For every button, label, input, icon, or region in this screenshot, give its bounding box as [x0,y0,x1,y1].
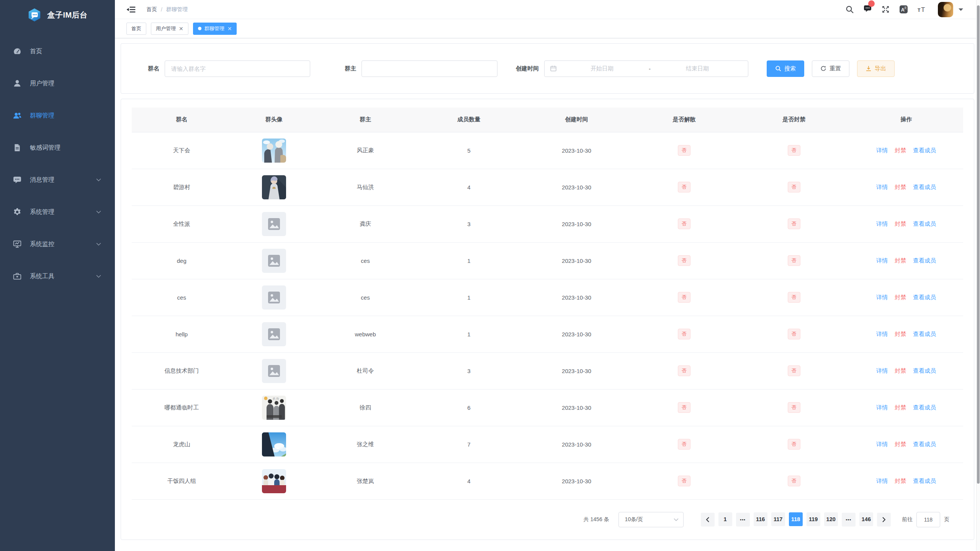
search-button[interactable]: 搜索 [767,60,804,77]
detail-link[interactable]: 详情 [876,220,888,227]
ban-link[interactable]: 封禁 [895,257,906,264]
page-button-120[interactable]: 120 [824,512,838,526]
goto-page-input[interactable] [916,512,940,527]
detail-link[interactable]: 详情 [876,331,888,337]
sidebar-item-user-management[interactable]: 用户管理 [0,67,115,99]
page-ellipsis[interactable]: ••• [842,513,856,527]
toolbox-icon [13,272,21,280]
ban-link[interactable]: 封禁 [895,220,906,227]
cell-owner: 风正豪 [316,132,414,169]
fullscreen-icon[interactable] [882,5,890,13]
ban-link[interactable]: 封禁 [895,331,906,337]
ban-link[interactable]: 封禁 [895,478,906,484]
chevron-down-icon [96,275,101,278]
ban-link[interactable]: 封禁 [895,184,906,190]
sidebar-item-group-chat-management[interactable]: 群聊管理 [0,99,115,132]
page-size-select[interactable]: 10条/页 [618,512,684,527]
cell-created: 2023-10-30 [524,426,630,463]
tab-群聊管理[interactable]: 群聊管理✕ [193,23,237,35]
font-size-icon[interactable]: TT [918,6,926,13]
page-button-118[interactable]: 118 [789,512,803,526]
sidebar-item-sensitive-words[interactable]: 敏感词管理 [0,132,115,164]
app-logo-icon [27,8,42,22]
sidebar-item-label: 系统管理 [30,208,54,216]
banned-badge: 否 [788,365,800,376]
group-name-input[interactable] [165,60,310,77]
table-row: cesces12023-10-30否否详情封禁查看成员 [132,279,963,316]
detail-link[interactable]: 详情 [876,404,888,411]
table-card: 群名群头像群主成员数量创建时间是否解散是否封禁操作 天下会风正豪52023-10… [121,99,974,540]
translate-icon[interactable]: A文 [900,5,908,13]
page-button-119[interactable]: 119 [807,512,820,526]
cell-created: 2023-10-30 [524,389,630,426]
detail-link[interactable]: 详情 [876,478,888,484]
messages-button[interactable] [864,5,872,14]
detail-link[interactable]: 详情 [876,294,888,300]
sidebar-menu: 首页用户管理群聊管理敏感词管理消息管理系统管理系统监控系统工具 [0,30,115,292]
view-members-link[interactable]: 查看成员 [913,184,936,190]
close-tab-icon[interactable]: ✕ [179,26,183,31]
breadcrumb-home[interactable]: 首页 [146,6,157,13]
caret-down-icon[interactable] [959,8,963,11]
page-scrollbar [976,0,980,551]
active-tab-dot [198,27,201,30]
cell-members: 1 [414,316,523,352]
detail-link[interactable]: 详情 [876,441,888,447]
ban-link[interactable]: 封禁 [895,367,906,374]
sidebar-item-message-management[interactable]: 消息管理 [0,164,115,196]
svg-text:T: T [918,7,921,13]
user-avatar[interactable] [938,2,953,17]
table-row: hellpwebweb12023-10-30否否详情封禁查看成员 [132,316,963,352]
export-button[interactable]: 导出 [857,60,895,77]
owner-input[interactable] [362,60,497,77]
detail-link[interactable]: 详情 [876,367,888,374]
ban-link[interactable]: 封禁 [895,441,906,447]
view-members-link[interactable]: 查看成员 [913,294,936,300]
view-members-link[interactable]: 查看成员 [913,257,936,264]
page-button-116[interactable]: 116 [754,512,767,526]
detail-link[interactable]: 详情 [876,147,888,153]
dissolved-badge: 否 [678,439,690,450]
scrollbar-thumb[interactable] [977,5,980,484]
detail-link[interactable]: 详情 [876,257,888,264]
created-date-range-input[interactable]: 开始日期 - 结束日期 [544,60,748,77]
breadcrumb: 首页 / 群聊管理 [146,6,188,13]
gear-icon [13,208,21,216]
view-members-link[interactable]: 查看成员 [913,220,936,227]
prev-page-button[interactable] [701,513,715,527]
view-members-link[interactable]: 查看成员 [913,367,936,374]
reset-button[interactable]: 重置 [812,60,849,77]
page-button-117[interactable]: 117 [771,512,785,526]
sidebar-item-home[interactable]: 首页 [0,35,115,67]
view-members-link[interactable]: 查看成员 [913,478,936,484]
dissolved-badge: 否 [678,292,690,303]
ban-link[interactable]: 封禁 [895,294,906,300]
table-row: 龙虎山张之维72023-10-30否否详情封禁查看成员 [132,426,963,463]
sidebar-item-system-monitor[interactable]: 系统监控 [0,228,115,260]
tab-首页[interactable]: 首页 [126,23,146,35]
search-icon[interactable] [846,5,854,13]
group-avatar [262,175,286,199]
view-members-link[interactable]: 查看成员 [913,441,936,447]
view-members-link[interactable]: 查看成员 [913,147,936,153]
ban-link[interactable]: 封禁 [895,404,906,411]
page-button-146[interactable]: 146 [859,512,873,526]
column-header: 是否解散 [630,108,738,132]
cell-owner: webweb [316,316,414,352]
page-ellipsis[interactable]: ••• [736,513,750,527]
detail-link[interactable]: 详情 [876,184,888,190]
tab-用户管理[interactable]: 用户管理✕ [151,23,188,35]
reset-button-label: 重置 [829,65,841,72]
view-members-link[interactable]: 查看成员 [913,404,936,411]
ban-link[interactable]: 封禁 [895,147,906,153]
sidebar-toggle-icon[interactable] [126,6,136,13]
sidebar-item-system-management[interactable]: 系统管理 [0,196,115,228]
chat-icon [13,176,21,184]
sidebar-item-system-tools[interactable]: 系统工具 [0,260,115,292]
next-page-button[interactable] [877,513,891,527]
end-date-placeholder: 结束日期 [652,65,743,72]
close-tab-icon[interactable]: ✕ [227,26,232,31]
cell-members: 1 [414,242,523,279]
view-members-link[interactable]: 查看成员 [913,331,936,337]
page-button-1[interactable]: 1 [718,512,732,526]
